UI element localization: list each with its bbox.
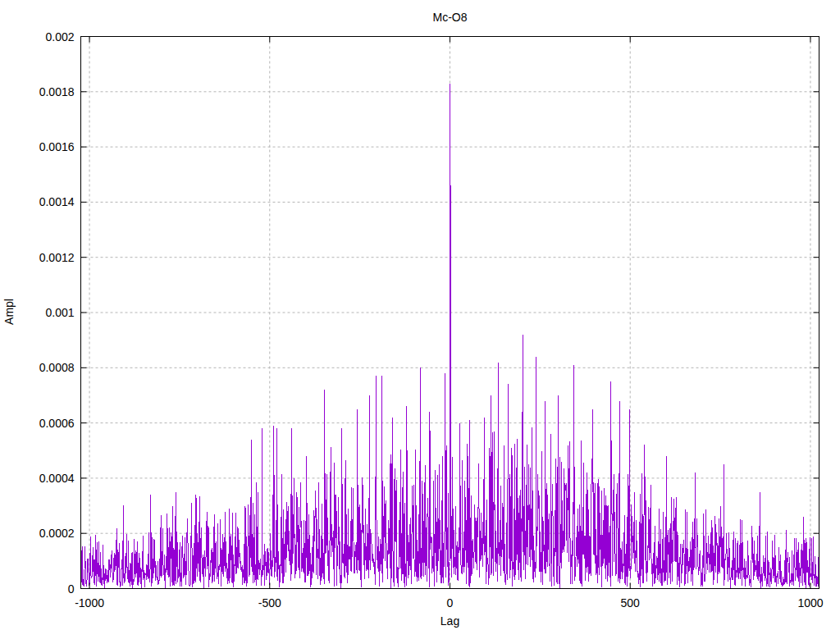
plot-page: -1000-5000500100000.00020.00040.00060.00… — [0, 0, 840, 630]
x-tick-label: -500 — [258, 596, 281, 609]
x-tick-label: 500 — [621, 596, 641, 609]
y-tick-label: 0.001 — [45, 306, 74, 319]
x-tick-label: 0 — [447, 596, 454, 609]
x-tick-label: -1000 — [75, 596, 104, 609]
y-tick-label: 0.002 — [45, 30, 74, 43]
y-tick-label: 0.0002 — [39, 527, 75, 540]
y-tick-label: 0.0014 — [39, 195, 75, 208]
y-tick-label: 0.0004 — [39, 472, 75, 485]
y-tick-label: 0 — [68, 582, 75, 596]
y-tick-label: 0.0012 — [39, 251, 75, 264]
x-axis-label: Lag — [441, 614, 459, 628]
y-tick-label: 0.0006 — [39, 417, 75, 430]
y-axis-label: Ampl — [2, 299, 16, 325]
chart-title: Mc-O8 — [433, 11, 468, 24]
x-tick-label: 1000 — [797, 596, 823, 609]
y-tick-label: 0.0018 — [39, 85, 75, 98]
y-tick-label: 0.0008 — [39, 361, 75, 374]
series-line — [81, 84, 819, 589]
data-series — [81, 84, 819, 589]
chart-canvas: -1000-5000500100000.00020.00040.00060.00… — [0, 0, 840, 630]
y-tick-label: 0.0016 — [39, 140, 75, 153]
